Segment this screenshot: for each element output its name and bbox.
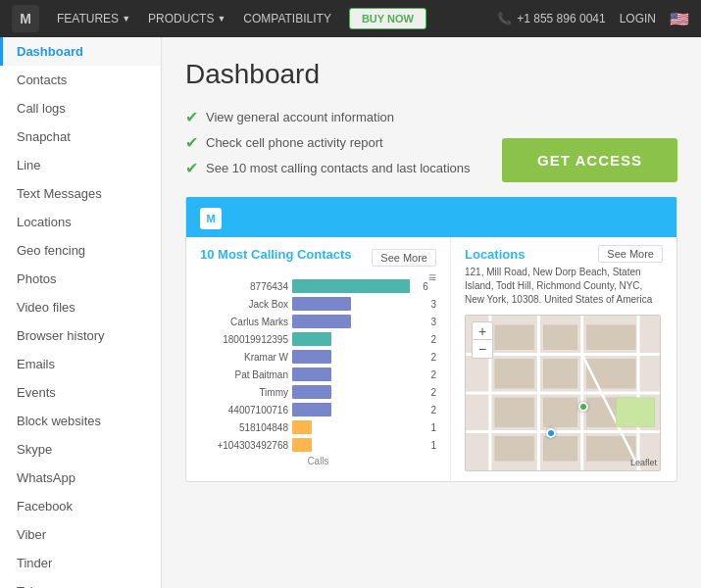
bar-container — [292, 332, 424, 346]
sidebar-item-video-files[interactable]: Video files — [0, 293, 161, 321]
bar-label: Pat Baitman — [200, 369, 288, 380]
bar-value: 2 — [430, 405, 436, 416]
bar-value: 3 — [430, 299, 436, 310]
bar-label: +104303492768 — [200, 440, 288, 451]
bar-container — [292, 438, 424, 452]
phone-icon: 📞 — [497, 12, 512, 25]
sidebar-item-geo-fencing[interactable]: Geo fencing — [0, 236, 161, 265]
page-title: Dashboard — [185, 59, 677, 90]
svg-rect-10 — [495, 436, 534, 461]
country-flag: 🇺🇸 — [670, 10, 689, 28]
features-menu[interactable]: FEATURES ▼ — [57, 12, 130, 25]
locations-section: Locations See More 121, Mill Road, New D… — [451, 237, 676, 481]
top-navigation: M FEATURES ▼ PRODUCTS ▼ COMPATIBILITY BU… — [0, 0, 701, 37]
bar-value: 2 — [430, 387, 436, 398]
bar-value: 2 — [430, 334, 436, 345]
sidebar-item-events[interactable]: Events — [0, 378, 161, 407]
sidebar-item-call-logs[interactable]: Call logs — [0, 94, 161, 122]
bar-label: Carlus Marks — [200, 317, 288, 327]
bar-fill — [292, 438, 312, 452]
map-svg — [466, 316, 660, 470]
bar-chart: 87764346Jack Box3Carlus Marks31800199123… — [200, 279, 436, 452]
svg-rect-11 — [543, 436, 577, 461]
sidebar-item-contacts[interactable]: Contacts — [0, 66, 161, 94]
svg-rect-3 — [587, 325, 635, 350]
bar-label: Timmy — [200, 387, 288, 398]
bar-label: 518104848 — [200, 422, 288, 433]
login-link[interactable]: LOGIN — [620, 12, 656, 25]
bar-value: 1 — [430, 422, 436, 433]
compatibility-link[interactable]: COMPATIBILITY — [243, 12, 331, 25]
leaflet-attribution: Leaflet — [630, 458, 657, 467]
bar-fill — [292, 350, 331, 364]
zoom-in-button[interactable]: + — [473, 322, 492, 340]
sidebar-item-block-websites[interactable]: Block websites — [0, 407, 161, 435]
calls-menu-icon[interactable]: ≡ — [428, 270, 436, 285]
bar-label: 8776434 — [200, 281, 288, 292]
sidebar-item-line[interactable]: Line — [0, 151, 161, 179]
buy-now-button[interactable]: BUY NOW — [349, 8, 426, 29]
bar-label: Kramar W — [200, 352, 288, 363]
calls-see-more-button[interactable]: See More — [372, 249, 436, 267]
products-dropdown-arrow: ▼ — [217, 14, 225, 24]
sidebar-item-snapchat[interactable]: Snapchat — [0, 122, 161, 151]
card-logo: M — [200, 208, 222, 229]
card-panel: M 10 Most Calling Contacts See More ≡ 87… — [185, 197, 677, 482]
bar-row: 87764346 — [200, 279, 428, 293]
get-access-button[interactable]: GET ACCESS — [502, 138, 677, 182]
bar-fill — [292, 403, 331, 416]
bar-fill — [292, 368, 331, 381]
sidebar-item-tinder[interactable]: Tinder — [0, 549, 161, 577]
bar-container — [292, 368, 424, 381]
locations-address: 121, Mill Road, New Dorp Beach, Staten I… — [465, 266, 663, 307]
sidebar-item-emails[interactable]: Emails — [0, 350, 161, 378]
bar-container — [292, 279, 416, 293]
svg-rect-1 — [495, 325, 534, 350]
map-pin-blue — [546, 428, 556, 438]
bar-container — [292, 350, 424, 364]
map-pin-green — [578, 402, 588, 412]
sidebar-item-skype[interactable]: Skype — [0, 435, 161, 464]
calls-section-title: 10 Most Calling Contacts — [200, 247, 352, 262]
bar-row: Timmy2 — [200, 385, 436, 399]
sidebar-item-whatsapp[interactable]: WhatsApp — [0, 464, 161, 492]
bar-value: 2 — [430, 369, 436, 380]
bar-value: 6 — [423, 281, 428, 292]
bar-row: Pat Baitman2 — [200, 368, 436, 381]
svg-rect-5 — [543, 359, 577, 388]
sidebar-item-text-messages[interactable]: Text Messages — [0, 179, 161, 208]
bar-value: 2 — [430, 352, 436, 363]
sidebar-item-facebook[interactable]: Facebook — [0, 492, 161, 520]
bar-fill — [292, 297, 351, 311]
bar-container — [292, 420, 424, 434]
bar-fill — [292, 332, 331, 346]
bar-value: 1 — [430, 440, 436, 451]
bar-row: Carlus Marks3 — [200, 315, 436, 328]
sidebar-item-photos[interactable]: Photos — [0, 265, 161, 293]
sidebar-item-browser-history[interactable]: Browser history — [0, 321, 161, 350]
svg-rect-2 — [543, 325, 577, 350]
bar-row: Jack Box3 — [200, 297, 436, 311]
calls-x-label: Calls — [200, 456, 436, 466]
bar-row: 1800199123952 — [200, 332, 436, 346]
bar-label: Jack Box — [200, 299, 288, 310]
bar-container — [292, 385, 424, 399]
bar-container — [292, 297, 424, 311]
phone-number: 📞 +1 855 896 0041 — [497, 12, 605, 25]
check-icon-1: ✔ — [185, 108, 198, 126]
sidebar-item-locations[interactable]: Locations — [0, 208, 161, 236]
bar-container — [292, 403, 424, 416]
check-icon-3: ✔ — [185, 159, 198, 177]
card-header: M — [186, 200, 676, 237]
bar-row: Kramar W2 — [200, 350, 436, 364]
zoom-out-button[interactable]: − — [473, 340, 492, 358]
locations-see-more-button[interactable]: See More — [598, 245, 663, 263]
bar-row: 440071007162 — [200, 403, 436, 416]
check-icon-2: ✔ — [185, 133, 198, 152]
app-layout: DashboardContactsCall logsSnapchatLineTe… — [0, 37, 701, 588]
sidebar-item-viber[interactable]: Viber — [0, 520, 161, 549]
sidebar-item-dashboard[interactable]: Dashboard — [0, 37, 161, 66]
calls-section: 10 Most Calling Contacts See More ≡ 8776… — [186, 237, 451, 481]
sidebar-item-telegram[interactable]: Telegram — [0, 577, 161, 588]
products-menu[interactable]: PRODUCTS ▼ — [148, 12, 225, 25]
